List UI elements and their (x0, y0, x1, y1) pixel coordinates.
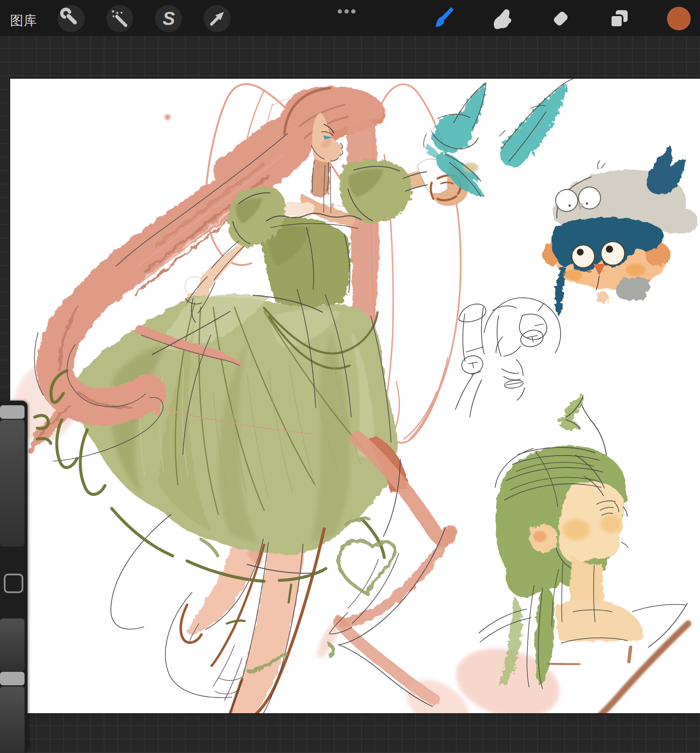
svg-text:S: S (163, 8, 175, 29)
